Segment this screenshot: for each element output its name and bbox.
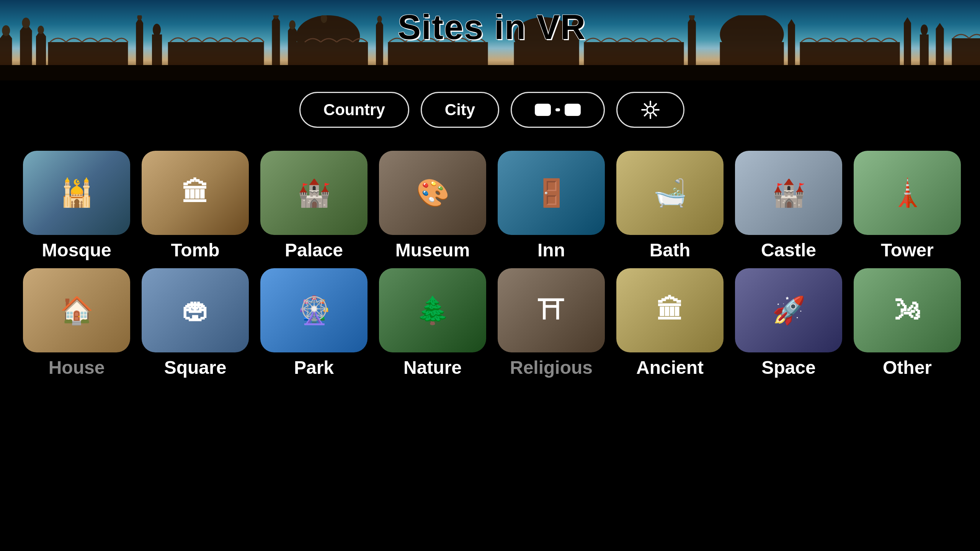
grid-thumb-icon-mosque: 🕌 xyxy=(23,151,130,235)
svg-rect-48 xyxy=(920,34,929,65)
grid-thumb-palace: 🏰 xyxy=(260,151,368,235)
svg-rect-52 xyxy=(952,38,980,65)
svg-point-54 xyxy=(647,106,654,113)
country-button[interactable]: Country xyxy=(299,92,409,128)
svg-marker-44 xyxy=(788,19,795,25)
grid-thumb-icon-house: 🏠 xyxy=(23,268,130,352)
svg-rect-42 xyxy=(720,42,784,65)
grid-item-ancient[interactable]: 🏛Ancient xyxy=(616,268,724,378)
grid-label-park: Park xyxy=(294,357,334,378)
svg-rect-28 xyxy=(376,25,383,65)
grid-label-tower: Tower xyxy=(881,240,934,261)
grid-item-mosque[interactable]: 🕌Mosque xyxy=(23,151,130,261)
svg-rect-38 xyxy=(688,22,696,65)
grid-thumb-park: 🎡 xyxy=(260,268,368,352)
grid-thumb-icon-palace: 🏰 xyxy=(260,151,368,235)
grid-thumb-icon-bath: 🛁 xyxy=(616,151,724,235)
svg-point-49 xyxy=(921,24,928,35)
grid-thumb-icon-castle: 🏰 xyxy=(735,151,842,235)
grid-label-religious: Religious xyxy=(510,357,593,378)
grid-thumb-icon-other: 🌬 xyxy=(854,268,961,352)
grid-item-other[interactable]: 🌬Other xyxy=(854,268,961,378)
grid-thumb-icon-museum: 🎨 xyxy=(379,151,486,235)
grid-thumb-square: 🏟 xyxy=(142,268,249,352)
grid-thumb-bath: 🛁 xyxy=(616,151,724,235)
grid-item-park[interactable]: 🎡Park xyxy=(260,268,368,378)
svg-rect-11 xyxy=(136,23,143,65)
grid-item-bath[interactable]: 🛁Bath xyxy=(616,151,724,261)
grid-thumb-ancient: 🏛 xyxy=(616,268,724,352)
svg-line-60 xyxy=(654,113,657,116)
grid-thumb-nature: 🌲 xyxy=(379,268,486,352)
grid-item-square[interactable]: 🏟Square xyxy=(142,268,249,378)
grid-item-tomb[interactable]: 🏛Tomb xyxy=(142,151,249,261)
grid-thumb-castle: 🏰 xyxy=(735,151,842,235)
grid-item-nature[interactable]: 🌲Nature xyxy=(379,268,486,378)
grid-thumb-icon-space: 🚀 xyxy=(735,268,842,352)
svg-point-15 xyxy=(153,24,161,36)
grid-thumb-inn: 🚪 xyxy=(498,151,605,235)
grid-item-tower[interactable]: 🗼Tower xyxy=(854,151,961,261)
grid-item-space[interactable]: 🚀Space xyxy=(735,268,842,378)
grid-label-mosque: Mosque xyxy=(42,240,111,261)
grid-label-house: House xyxy=(49,357,105,378)
grid-thumb-icon-nature: 🌲 xyxy=(379,268,486,352)
grid-thumb-tower: 🗼 xyxy=(854,151,961,235)
grid-row-1: 🕌Mosque🏛Tomb🏰Palace🎨Museum🚪Inn🛁Bath🏰Cast… xyxy=(23,151,961,261)
vr-lens-left xyxy=(535,104,551,116)
svg-rect-37 xyxy=(584,42,684,65)
grid-thumb-other: 🌬 xyxy=(854,268,961,352)
grid-label-palace: Palace xyxy=(285,240,343,261)
grid-thumb-icon-tower: 🗼 xyxy=(854,151,961,235)
svg-point-22 xyxy=(289,20,296,29)
gear-icon xyxy=(640,100,660,120)
grid-row-2: 🏠House🏟Square🎡Park🌲Nature⛩Religious🏛Anci… xyxy=(23,268,961,378)
svg-rect-7 xyxy=(36,36,46,65)
svg-marker-51 xyxy=(936,23,944,29)
city-button[interactable]: City xyxy=(421,92,499,128)
svg-rect-16 xyxy=(168,42,264,65)
grid-label-space: Space xyxy=(761,357,815,378)
grid-thumb-icon-tomb: 🏛 xyxy=(142,151,249,235)
grid-item-house[interactable]: 🏠House xyxy=(23,268,130,378)
grid-thumb-mosque: 🕌 xyxy=(23,151,130,235)
svg-rect-43 xyxy=(788,25,795,65)
grid-label-ancient: Ancient xyxy=(636,357,704,378)
grid-item-castle[interactable]: 🏰Castle xyxy=(735,151,842,261)
grid-thumb-house: 🏠 xyxy=(23,268,130,352)
svg-line-61 xyxy=(654,104,657,107)
header-banner: Sites in VR xyxy=(0,0,980,80)
svg-rect-27 xyxy=(304,42,368,65)
svg-marker-47 xyxy=(904,17,911,23)
grid-thumb-tomb: 🏛 xyxy=(142,151,249,235)
country-label: Country xyxy=(323,101,385,119)
svg-rect-50 xyxy=(936,29,944,65)
grid-label-castle: Castle xyxy=(761,240,816,261)
grid-item-inn[interactable]: 🚪Inn xyxy=(498,151,605,261)
svg-point-30 xyxy=(377,16,382,23)
grid-thumb-icon-ancient: 🏛 xyxy=(616,268,724,352)
settings-button[interactable] xyxy=(616,92,684,128)
grid-label-other: Other xyxy=(883,357,932,378)
svg-line-62 xyxy=(645,113,647,116)
grid-item-palace[interactable]: 🏰Palace xyxy=(260,151,368,261)
svg-rect-14 xyxy=(152,34,162,65)
vr-mode-button[interactable] xyxy=(511,92,605,128)
grid-label-square: Square xyxy=(164,357,227,378)
city-label: City xyxy=(445,101,475,119)
svg-rect-46 xyxy=(904,23,911,65)
grid-thumb-icon-square: 🏟 xyxy=(142,268,249,352)
svg-rect-53 xyxy=(0,65,980,80)
grid-thumb-space: 🚀 xyxy=(735,268,842,352)
svg-rect-20 xyxy=(288,31,297,65)
svg-rect-10 xyxy=(48,42,128,65)
grid-label-tomb: Tomb xyxy=(171,240,219,261)
grid-item-museum[interactable]: 🎨Museum xyxy=(379,151,486,261)
grid-thumb-religious: ⛩ xyxy=(498,268,605,352)
grid-item-religious[interactable]: ⛩Religious xyxy=(498,268,605,378)
grid-thumb-icon-religious: ⛩ xyxy=(498,268,605,352)
page-title: Sites in VR xyxy=(398,8,586,47)
grid-thumb-icon-park: 🎡 xyxy=(260,268,368,352)
grid-label-inn: Inn xyxy=(537,240,565,261)
grid-thumb-icon-inn: 🚪 xyxy=(498,151,605,235)
